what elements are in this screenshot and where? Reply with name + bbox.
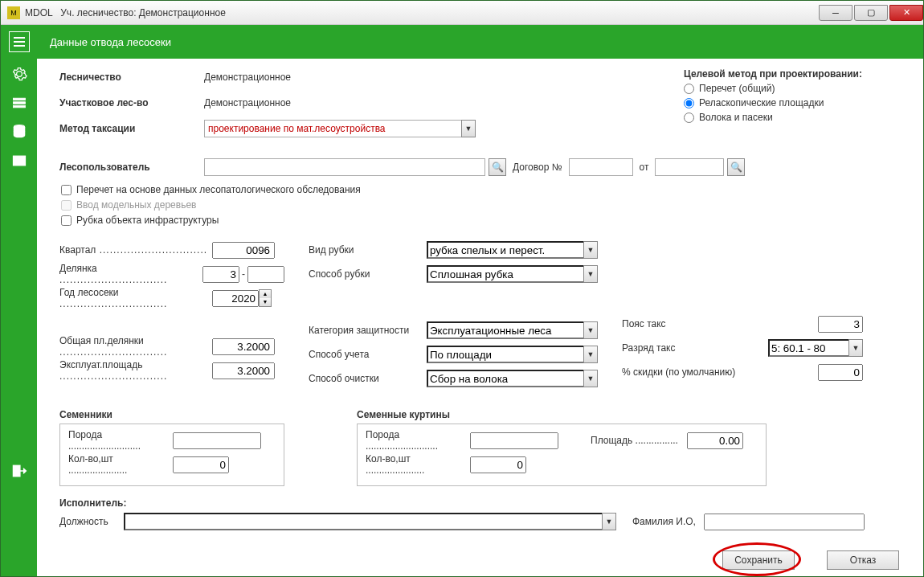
position-select[interactable]: ▼ [124,513,616,530]
user-input[interactable] [204,158,485,176]
year-spinner[interactable]: ▲▼ [259,289,272,307]
from-input[interactable] [655,158,724,176]
app-window: М MDOL Уч. лесничество: Демонстрационное… [0,0,924,577]
taxrank-label: Разряд такс [622,342,702,354]
close-button[interactable]: ✕ [889,5,923,21]
app-name: MDOL [25,7,52,18]
district-label: Участковое лес-во [59,97,204,108]
seed-qty-label: Кол-во,шт [68,453,113,464]
from-label: от [640,162,649,173]
radio-relascope[interactable]: Реласкопические площадки [684,97,909,108]
year-label: Год лесосеки [59,287,119,298]
seed-breed-label: Порода [68,429,102,440]
window-title: MDOL Уч. лесничество: Демонстрационное [25,7,817,18]
chevron-down-icon[interactable]: ▼ [848,339,863,357]
delyanka-label: Делянка [59,263,97,274]
svg-rect-6 [13,465,19,476]
list-icon[interactable] [10,94,28,112]
taxmethod-label: Метод таксации [59,123,204,134]
protcat-select[interactable]: ▼ [427,321,598,339]
check-infrastructure[interactable]: Рубка объекта инфраструктуры [61,215,909,226]
app-icon: М [7,6,20,19]
minimize-button[interactable]: ─ [819,5,852,21]
protcat-label: Категория защитности [309,325,427,336]
seed-breed-input[interactable] [173,432,261,449]
cancel-button[interactable]: Отказ [827,550,899,570]
sidebar [1,59,37,576]
totalarea-input[interactable] [212,338,275,355]
save-button[interactable]: Сохранить [722,550,795,570]
search-user-button[interactable]: 🔍 [489,158,506,176]
chevron-down-icon[interactable]: ▼ [461,120,476,137]
chevron-down-icon[interactable]: ▼ [583,241,598,259]
clean-select[interactable]: ▼ [427,370,598,387]
cutmethod-label: Способ рубки [309,268,427,280]
kvartal-input[interactable] [212,242,275,259]
chevron-down-icon[interactable]: ▼ [583,370,598,387]
radio-voloka[interactable]: Волока и пасеки [684,112,909,123]
fio-input[interactable] [704,514,865,530]
taxzone-input[interactable] [818,316,863,333]
taxmethod-select[interactable]: ▼ [204,120,476,137]
exparea-input[interactable] [212,362,275,379]
gear-icon[interactable] [10,65,28,83]
seed-box: Порода ........................... Кол-в… [59,424,284,486]
layout-icon[interactable] [10,152,28,170]
chevron-down-icon[interactable]: ▼ [602,513,616,530]
radio-perechet[interactable]: Перечет (общий) [684,83,909,94]
exparea-label: Эксплуат.площадь [59,359,142,370]
target-method-title: Целевой метод при проектировании: [684,68,909,80]
chevron-down-icon[interactable]: ▼ [583,321,598,339]
target-method-box: Целевой метод при проектировании: Перече… [684,68,909,145]
fio-label: Фамилия И.О, [632,516,696,527]
titlebar: М MDOL Уч. лесничество: Демонстрационное… [1,1,923,25]
window-subtitle: Уч. лесничество: Демонстрационное [60,7,226,18]
svg-rect-0 [13,98,25,100]
menu-icon[interactable] [9,31,30,52]
cuttype-select[interactable]: ▼ [427,241,598,259]
cutmethod-select[interactable]: ▼ [427,265,598,283]
footer-buttons: Сохранить Отказ [722,550,899,570]
discount-label: % скидки (по умолчанию) [622,366,758,378]
database-icon[interactable] [10,123,28,141]
maximize-button[interactable]: ▢ [854,5,888,21]
taxmethod-input[interactable] [204,120,461,137]
curtain-qty-input[interactable] [470,456,526,473]
main-content: Лесничество Демонстрационное Участковое … [37,59,923,576]
curtain-breed-input[interactable] [470,432,558,449]
page-header: Данные отвода лесосеки [1,25,923,59]
clean-label: Способ очистки [309,373,427,384]
account-label: Способ учета [309,349,427,360]
curtain-area-label: Площадь [591,435,632,446]
spin-down-icon[interactable]: ▼ [260,298,271,306]
window-controls: ─ ▢ ✕ [817,5,923,21]
district-value: Демонстрационное [204,97,291,108]
contract-input[interactable] [569,158,633,176]
check-modeltrees: Ввод модельных деревьев [61,199,909,211]
totalarea-label: Общая пл.делянки [59,335,144,346]
curtain-qty-label: Кол-во,шт [366,453,411,464]
check-forestpath[interactable]: Перечет на основе данных лесопатологичес… [61,184,909,195]
seed-title: Семенники [59,409,284,420]
discount-input[interactable] [818,364,863,381]
year-input[interactable] [212,290,259,307]
taxrank-select[interactable]: ▼ [768,339,863,357]
search-date-button[interactable]: 🔍 [727,158,745,176]
seed-qty-input[interactable] [173,456,229,473]
delyanka-input[interactable] [202,266,239,283]
curtain-box: Порода ........................... Кол-в… [357,424,767,486]
curtain-area-input[interactable] [687,432,743,449]
forestry-value: Демонстрационное [204,72,291,83]
account-select[interactable]: ▼ [427,346,598,363]
cuttype-label: Вид рубки [309,244,427,256]
exit-icon[interactable] [10,462,28,480]
delyanka-suf-input[interactable] [247,266,284,283]
chevron-down-icon[interactable]: ▼ [583,346,598,363]
spin-up-icon[interactable]: ▲ [260,290,271,298]
page-title: Данные отвода лесосеки [50,36,171,48]
executor-title: Исполнитель: [59,497,909,509]
chevron-down-icon[interactable]: ▼ [583,265,598,283]
position-label: Должность [59,516,124,527]
curtain-breed-label: Порода [366,429,399,440]
kvartal-label: Квартал [59,244,96,256]
